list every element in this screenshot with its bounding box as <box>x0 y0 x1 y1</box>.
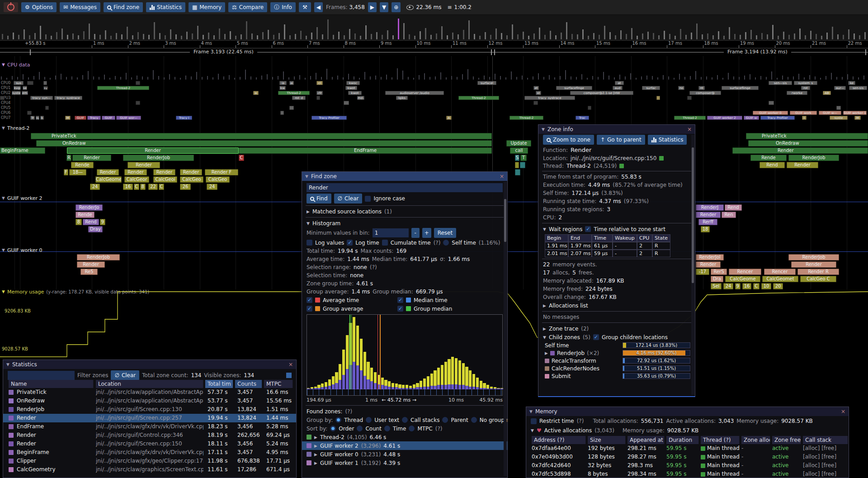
timeline-zone[interactable]: EndFrame <box>239 147 492 154</box>
timeline-zone[interactable]: Render <box>180 169 202 175</box>
clear-button[interactable]: ∅Clear <box>334 194 363 204</box>
active-allocations-header[interactable]: ▼ ♥ Active allocations (3,043) Memory us… <box>526 426 849 435</box>
collapse-icon[interactable]: ▼ <box>531 428 534 433</box>
timeline-zone[interactable]: T <box>520 155 527 161</box>
timeline-zone[interactable]: Update <box>506 140 531 147</box>
filter-input[interactable] <box>8 371 75 380</box>
timeline-zone[interactable]: Render <box>72 155 111 161</box>
timeline-zone[interactable]: 18 <box>701 226 710 232</box>
radio-button[interactable] <box>442 417 448 423</box>
child-zone-row[interactable]: Self time172.14 us (3.83%) <box>538 341 695 349</box>
timeline-zone[interactable]: CalcGeo C <box>800 276 836 282</box>
timeline-zone[interactable]: CalcGeo <box>180 176 203 183</box>
timeline-zone[interactable]: Rend <box>725 204 742 211</box>
legend-checkbox[interactable]: ✓ <box>307 297 312 303</box>
call-stack-cell[interactable]: [alloc] [free] <box>803 444 848 453</box>
timeline-zone[interactable]: Render <box>153 169 175 175</box>
column-header[interactable]: Duration <box>666 436 699 444</box>
radio-button[interactable] <box>335 417 341 423</box>
allocation-row[interactable]: 0x7dfc53d8988 bytes298.34 ms59.95 sMain … <box>526 470 849 478</box>
collapse-icon[interactable]: ▼ <box>2 248 5 252</box>
expand-icon[interactable]: ▶ <box>314 452 317 457</box>
timeline-zone[interactable]: Render F <box>205 169 238 175</box>
legend-checkbox[interactable]: ✓ <box>397 306 403 312</box>
timeline-zone[interactable]: Rencer <box>729 269 761 275</box>
legend-checkbox[interactable]: ✓ <box>397 297 403 303</box>
allocation-row[interactable]: 0x7dfaa64e00192 bytes298.21 ms59.95 sMai… <box>526 444 849 453</box>
timeline-zone[interactable]: C <box>239 155 244 161</box>
column-header[interactable]: Zone alloc <box>741 436 770 444</box>
collapse-icon[interactable]: ▼ <box>2 126 5 130</box>
tools-button[interactable]: ⚒ <box>299 2 311 12</box>
timeline-zone[interactable]: Render R <box>797 269 839 275</box>
table-row[interactable]: Renderjni/../jni/src/guif/Control.cpp:34… <box>3 431 296 440</box>
column-header[interactable]: MTPC <box>264 380 293 388</box>
timeline-zone[interactable]: Render <box>97 169 119 175</box>
power-button[interactable] <box>4 2 18 12</box>
timeline-zone[interactable]: RenderJol <box>696 254 724 260</box>
scrollbar-thumb[interactable] <box>692 147 694 283</box>
thread-cell[interactable]: Main thread <box>701 453 740 461</box>
radio-button[interactable] <box>402 417 408 423</box>
timeline-zone[interactable]: Rend <box>760 162 785 168</box>
collapse-icon[interactable]: ▼ <box>2 289 5 294</box>
log-values-checkbox[interactable] <box>307 240 312 246</box>
table-row[interactable]: Clipperjni/../jni/src/claw/gfx/geo/Clipp… <box>3 457 296 465</box>
clear-filter-button[interactable]: ∅Clear <box>111 370 139 380</box>
collapse-icon[interactable]: ▼ <box>2 196 5 200</box>
timeline-zone[interactable] <box>515 162 519 168</box>
location-value[interactable]: jni/../jni/src/guif/Screen.cpp:150 <box>571 155 657 161</box>
timeline-zone[interactable]: 16 <box>742 283 751 289</box>
cumulate-time-checkbox[interactable] <box>382 240 388 246</box>
timeline-zone[interactable]: call <box>510 147 528 154</box>
min-bin-input[interactable] <box>373 228 409 237</box>
scrollbar-thumb[interactable] <box>504 199 506 242</box>
timeline-zone[interactable]: RenderJob <box>788 254 839 260</box>
timeline-zone[interactable] <box>520 162 525 168</box>
timeline-zone[interactable]: OnRedraw <box>36 140 492 147</box>
timeline-zone[interactable]: 9 <box>735 283 741 289</box>
timeline-zone[interactable]: 16 <box>123 184 133 190</box>
zone-info-button-zoom-to-zone[interactable]: Zoom to zone <box>543 135 594 145</box>
timeline-zone[interactable]: Render <box>696 261 721 268</box>
timeline-zone[interactable]: Re5 <box>80 269 98 275</box>
timeline-zone[interactable]: RerS <box>711 269 727 275</box>
column-header[interactable]: Name <box>9 380 94 388</box>
timeline-zone[interactable]: Rencer <box>764 269 796 275</box>
radio-button[interactable] <box>409 426 415 431</box>
memory-usage-section-label[interactable]: ▼ Memory usage (y-range: 178.27 KB, visi… <box>2 289 149 295</box>
timeline-zone[interactable]: RenderJ <box>696 204 724 211</box>
timeline-zone[interactable]: BeginFrame <box>0 147 45 154</box>
zone-info-button-go-to-parent[interactable]: ↑Go to parent <box>597 135 645 145</box>
found-zone-group[interactable]: ▶GUIF worker 2(3,296)4.61 s <box>302 441 507 450</box>
wait-region-row[interactable]: 1.91 ms1.97 ms61 μs-2R <box>538 242 695 250</box>
timeline-zone[interactable]: Render <box>791 261 836 268</box>
table-row[interactable]: Renderjni/../jni/src/guif/Screen.cpp:257… <box>3 414 296 422</box>
column-header[interactable]: Address (?) <box>532 436 586 444</box>
expand-icon[interactable]: ▶ <box>314 444 317 448</box>
radio-button[interactable] <box>366 417 372 423</box>
wait-region-row[interactable]: 2.01 ms2.07 ms59 μs-2R <box>538 250 695 257</box>
collapse-icon[interactable]: ▼ <box>6 362 9 367</box>
min-bin-increase-button[interactable]: + <box>422 228 431 238</box>
timeline-zone[interactable]: R <box>66 155 71 161</box>
timeline-zone[interactable]: Render <box>127 162 160 168</box>
wait-regions-header[interactable]: ▼ Wait regions ✓ Time relative to zone s… <box>538 225 695 233</box>
toolbar-button-statistics[interactable]: Statistics <box>146 2 185 12</box>
timeline-zone[interactable]: 18— <box>69 169 86 175</box>
timeline-zone[interactable]: 24 <box>90 184 100 190</box>
time-relative-checkbox[interactable]: ✓ <box>585 226 591 232</box>
timeline-zone[interactable]: RenderJo <box>75 204 103 211</box>
collapse-icon[interactable]: ▼ <box>305 174 308 179</box>
timeline-zone[interactable]: Rende <box>71 162 94 168</box>
timeline-zone[interactable]: CalcGeomet <box>762 276 798 282</box>
call-stack-cell[interactable]: [alloc] [free] <box>803 461 848 470</box>
column-header[interactable]: Thread (?) <box>701 436 740 444</box>
timeline-zone[interactable]: Rende <box>75 212 94 218</box>
log-time-checkbox[interactable]: ✓ <box>347 240 353 246</box>
legend-checkbox[interactable]: ✓ <box>307 306 312 312</box>
table-row[interactable]: CalcGeometryjni/../jni/src/claw/graphics… <box>3 465 296 474</box>
thread-label[interactable]: ▼GUIF worker 0 <box>2 247 42 253</box>
close-icon[interactable]: × <box>288 361 293 368</box>
goto-frame-button[interactable]: ⊕ <box>392 2 401 12</box>
